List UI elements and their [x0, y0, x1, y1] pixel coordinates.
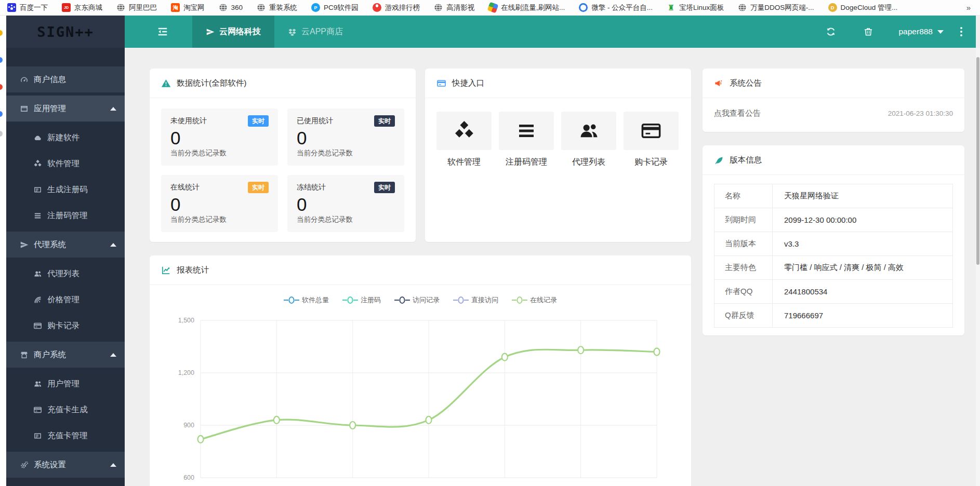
quick-entry-card-purchase-records[interactable]: 购卡记录: [624, 112, 679, 168]
stat-subtitle: 当前分类总记录数: [170, 148, 269, 158]
dropbox-icon: [288, 28, 297, 36]
bookmark-item[interactable]: 淘 淘宝网: [171, 3, 205, 12]
system-notice-card: 系统公告 点我查看公告 2021-06-23 01:30:30: [703, 69, 964, 132]
window-icon: [20, 104, 29, 113]
stat-box-unused: 未使用统计 实时 0 当前分类总记录数: [161, 109, 278, 166]
browser-edge-strip: [0, 16, 6, 486]
globe-favicon: [257, 3, 266, 12]
bookmark-item[interactable]: 阿里巴巴: [116, 3, 157, 12]
sidebar-menu: 商户信息 应用管理 新建软件 软件管理 生成注册码 注册码管理: [6, 48, 125, 478]
scrollbar-thumb[interactable]: [976, 57, 979, 265]
cloud-icon: [33, 133, 42, 142]
tab-cloud-network[interactable]: 云网络科技: [192, 16, 274, 48]
traffic-favicon: [487, 2, 499, 14]
tab-cloud-app-store[interactable]: 云APP商店: [274, 16, 356, 48]
paper-plane-icon: [206, 28, 215, 36]
card-title: 版本信息: [730, 155, 762, 166]
list-bars-icon: [33, 211, 42, 220]
sidebar-item-price-management[interactable]: 价格管理: [6, 287, 125, 313]
legend-item[interactable]: 在线记录: [512, 295, 557, 305]
users-icon: [33, 269, 42, 278]
trash-icon: [863, 26, 873, 37]
bookmark-item[interactable]: 百度一下: [7, 3, 48, 12]
report-chart: 6009001,2001,500: [150, 313, 691, 486]
bookmark-item[interactable]: 微擎 - 公众平台自...: [579, 3, 653, 12]
sidebar-item-regcode-management[interactable]: 注册码管理: [6, 203, 125, 228]
caret-up-icon: [110, 243, 116, 247]
users-icon: [578, 120, 600, 142]
line-chart-icon: [161, 265, 171, 275]
table-row: 作者QQ 2441800534: [714, 280, 953, 304]
more-options-button[interactable]: [960, 27, 962, 36]
app-logo: SIGN++: [6, 16, 125, 48]
sidebar-item-merchant-info[interactable]: 商户信息: [6, 66, 125, 92]
bookmarks-overflow-chevron[interactable]: »: [966, 3, 975, 12]
legend-marker-icon: [453, 296, 469, 304]
sidebar-item-software-management[interactable]: 软件管理: [6, 151, 125, 177]
globe-favicon: [219, 3, 228, 12]
bookmark-item[interactable]: JD 阿里巴巴 京东商城: [62, 3, 102, 12]
sidebar-section-system-settings[interactable]: 系统设置: [6, 452, 125, 478]
user-menu[interactable]: paper888: [887, 16, 955, 48]
credit-card-icon: [33, 406, 42, 414]
sidebar-item-generate-regcode[interactable]: 生成注册码: [6, 177, 125, 203]
app-frame: SIGN++ 商户信息 应用管理 新建软件 软件管理 生成注册码: [0, 16, 980, 486]
stat-subtitle: 当前分类总记录数: [297, 215, 395, 224]
view-notice-link[interactable]: 点我查看公告: [714, 109, 761, 118]
paper-plane-icon: [20, 240, 29, 249]
version-info-card: 版本信息 名称 天狼星网络验证 到期时间 2099-12-30 00:00:00…: [703, 145, 964, 335]
bookmark-item[interactable]: P PC9软件园: [311, 3, 359, 12]
credit-card-icon: [33, 321, 42, 330]
svg-text:1,200: 1,200: [178, 369, 194, 376]
users-icon: [33, 380, 42, 388]
sidebar-item-card-purchase-records[interactable]: 购卡记录: [6, 313, 125, 339]
bookmark-item[interactable]: 游戏排行榜: [373, 3, 420, 12]
bookmark-item[interactable]: D DogeCloud 管理...: [828, 3, 898, 12]
sidebar-item-recharge-card-management[interactable]: 充值卡管理: [6, 423, 125, 449]
clear-cache-button[interactable]: [850, 16, 887, 48]
bookmark-item[interactable]: 重装系统: [257, 3, 297, 12]
quick-entry-software-management[interactable]: 软件管理: [436, 112, 492, 168]
page-scrollbar[interactable]: [976, 48, 980, 486]
weiqin-favicon: [579, 3, 588, 12]
sidebar-item-agent-list[interactable]: 代理列表: [6, 261, 125, 287]
table-row: 名称 天狼星网络验证: [714, 184, 953, 208]
stat-box-online: 在线统计 实时 0 当前分类总记录数: [161, 175, 278, 232]
sidebar-section-merchant-system[interactable]: 商户系统: [6, 342, 125, 368]
bookmark-item[interactable]: 高清影视: [434, 3, 474, 12]
stat-subtitle: 当前分类总记录数: [297, 148, 395, 158]
bookmark-item[interactable]: 万量DDOS网页端-...: [738, 3, 814, 12]
gears-icon: [20, 461, 29, 469]
legend-item[interactable]: 访问记录: [394, 295, 440, 305]
bookmark-item[interactable]: 在线刷流量,刷网站...: [488, 3, 565, 12]
stat-value: 0: [297, 128, 395, 148]
quick-entry-row: 软件管理 注册码管理 代理列表 购卡记录: [425, 98, 691, 181]
sidebar-item-new-software[interactable]: 新建软件: [6, 125, 125, 151]
edge-icon: [0, 30, 3, 36]
card-title: 报表统计: [177, 265, 209, 276]
line-chart: 6009001,2001,500: [159, 313, 679, 486]
refresh-button[interactable]: [812, 16, 850, 48]
sidebar-section-agent-system[interactable]: 代理系统: [6, 232, 125, 258]
sidebar-section-app-management[interactable]: 应用管理: [6, 96, 125, 122]
card-header: 报表统计: [150, 255, 691, 285]
sidebar-toggle-icon[interactable]: [157, 26, 168, 37]
gauge-icon: [20, 75, 29, 84]
legend-item[interactable]: 软件总量: [284, 295, 329, 305]
legend-item[interactable]: 直接访问: [453, 295, 498, 305]
quick-entry-regcode-management[interactable]: 注册码管理: [499, 112, 554, 168]
edge-icon: [0, 111, 3, 117]
bookmark-item[interactable]: 360: [219, 3, 243, 12]
legend-item[interactable]: 注册码: [342, 295, 381, 305]
bookmark-item[interactable]: ♜ 宝塔Linux面板: [667, 3, 724, 12]
sidebar-item-recharge-card-generate[interactable]: 充值卡生成: [6, 397, 125, 423]
quick-entry-agent-list[interactable]: 代理列表: [561, 112, 616, 168]
card-title: 快捷入口: [452, 78, 484, 89]
stat-box-used: 已使用统计 实时 0 当前分类总记录数: [287, 109, 404, 166]
table-row: 当前版本 v3.3: [714, 232, 953, 256]
sidebar-item-user-management[interactable]: 用户管理: [6, 371, 125, 397]
table-row: Q群反馈 719666697: [714, 304, 953, 328]
taobao-favicon: 淘: [171, 3, 180, 12]
card-header: 版本信息: [703, 145, 964, 175]
stat-value: 0: [170, 128, 269, 148]
